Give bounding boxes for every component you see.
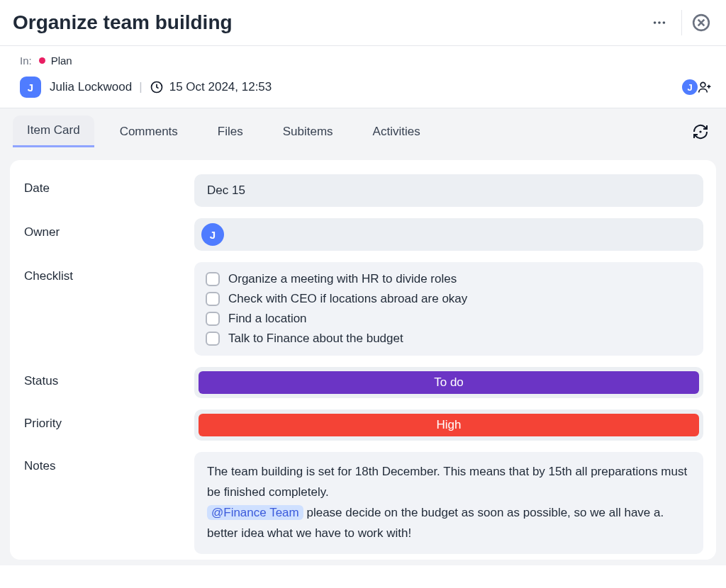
close-circle-icon [692, 13, 710, 32]
owner-field[interactable]: J [194, 218, 703, 251]
item-card-panel: Date Dec 15 Owner J Checklist [10, 160, 716, 560]
notes-field[interactable]: The team building is set for 18th Decemb… [194, 452, 703, 554]
more-horizontal-icon [652, 15, 667, 30]
divider [681, 10, 682, 35]
refresh-button[interactable] [688, 119, 713, 145]
checkbox-icon[interactable] [206, 332, 220, 346]
checklist-label: Checklist [24, 262, 194, 283]
date-label: Date [24, 174, 194, 196]
checkbox-icon[interactable] [206, 272, 220, 286]
add-user-icon [698, 80, 712, 94]
owner-avatar[interactable]: J [201, 223, 224, 246]
checklist-item[interactable]: Check with CEO if locations abroad are o… [204, 289, 693, 309]
status-field[interactable]: To do [199, 371, 699, 394]
separator: | [139, 80, 142, 94]
tab-files[interactable]: Files [203, 117, 257, 147]
priority-field[interactable]: High [199, 414, 699, 436]
checklist-item-text: Talk to Finance about the budget [228, 332, 403, 346]
notes-label: Notes [24, 452, 194, 473]
tab-subitems[interactable]: Subitems [269, 117, 347, 147]
refresh-icon [692, 123, 709, 140]
checklist-item-text: Check with CEO if locations abroad are o… [228, 292, 467, 306]
breadcrumb[interactable]: In: Plan [20, 55, 713, 67]
author-name: Julia Lockwood [50, 80, 132, 94]
checklist-field: Organize a meeting with HR to divide rol… [194, 262, 703, 356]
svg-point-5 [700, 82, 705, 87]
close-button[interactable] [689, 11, 713, 35]
in-value: Plan [51, 55, 72, 67]
svg-point-6 [699, 130, 701, 132]
more-options-button[interactable] [647, 11, 671, 35]
svg-point-2 [663, 21, 666, 24]
date-field[interactable]: Dec 15 [194, 174, 703, 207]
checklist-item[interactable]: Find a location [204, 309, 693, 329]
tab-comments[interactable]: Comments [106, 117, 192, 147]
status-label: Status [24, 367, 194, 388]
mention-chip[interactable]: @Finance Team [207, 505, 303, 520]
checklist-item[interactable]: Organize a meeting with HR to divide rol… [204, 269, 693, 289]
notes-paragraph: @Finance Team please decide on the budge… [207, 503, 691, 544]
clock-icon [150, 80, 164, 94]
author-avatar[interactable]: J [20, 77, 41, 98]
status-dot-icon [39, 57, 45, 64]
checklist-item[interactable]: Talk to Finance about the budget [204, 329, 693, 349]
svg-point-0 [654, 21, 657, 24]
checkbox-icon[interactable] [206, 292, 220, 306]
created-timestamp: 15 Oct 2024, 12:53 [169, 80, 272, 94]
checklist-item-text: Organize a meeting with HR to divide rol… [228, 272, 457, 286]
priority-label: Priority [24, 409, 194, 431]
add-user-button[interactable] [696, 79, 713, 96]
checkbox-icon[interactable] [206, 312, 220, 326]
in-label: In: [20, 55, 32, 67]
tab-activities[interactable]: Activities [359, 117, 435, 147]
checklist-item-text: Find a location [228, 312, 307, 326]
owner-label: Owner [24, 218, 194, 239]
date-value: Dec 15 [207, 183, 245, 198]
tab-item-card[interactable]: Item Card [13, 115, 94, 147]
notes-paragraph: The team building is set for 18th Decemb… [207, 462, 691, 503]
page-title: Organize team building [13, 11, 647, 34]
svg-point-1 [658, 21, 661, 24]
